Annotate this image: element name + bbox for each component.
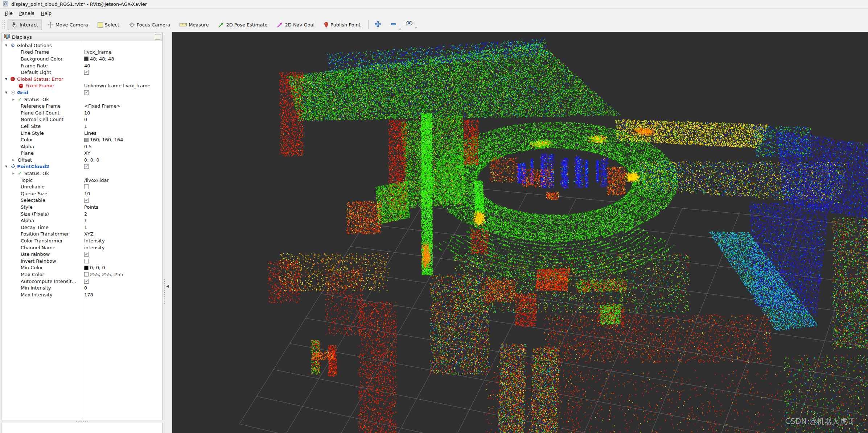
dropdown-arrow-icon[interactable]: ▾ <box>399 28 401 31</box>
2d-nav-goal-button[interactable]: 2D Nav Goal <box>273 20 318 30</box>
remove-tool-button[interactable]: ▾ <box>388 20 398 29</box>
property-value[interactable]: Points <box>84 204 98 211</box>
property-value[interactable]: 0 <box>84 116 87 123</box>
tree-row-unreliable[interactable]: Unreliable <box>1 183 163 190</box>
tree-row-invert-rainbow[interactable]: Invert Rainbow <box>1 258 163 265</box>
tree-row-pointcloud2[interactable]: ▼PointCloud2✓ <box>1 163 163 170</box>
property-value[interactable]: livox_frame <box>84 49 111 56</box>
property-value[interactable] <box>84 183 89 190</box>
focus-camera-button[interactable]: Focus Camera <box>125 20 174 30</box>
expander-open-icon[interactable]: ▼ <box>5 165 11 168</box>
tree-row-topic[interactable]: Topic/livox/lidar <box>1 177 163 184</box>
property-value[interactable]: 48; 48; 48 <box>84 55 114 62</box>
property-value[interactable]: 10 <box>84 109 90 116</box>
property-value[interactable]: Intensity <box>84 237 105 244</box>
tree-row-min-color[interactable]: Min Color0; 0; 0 <box>1 265 163 271</box>
tree-row-grid[interactable]: ▼Grid✓ <box>1 89 163 96</box>
measure-button[interactable]: Measure <box>176 20 213 30</box>
property-value[interactable]: 2 <box>84 211 87 217</box>
move-camera-button[interactable]: Move Camera <box>44 20 92 30</box>
property-value[interactable]: 40 <box>84 62 90 69</box>
pointcloud-canvas[interactable] <box>172 32 868 433</box>
pointcloud2-checkbox[interactable]: ✓ <box>84 164 89 169</box>
tree-row-normal-cell-count[interactable]: Normal Cell Count0 <box>1 116 163 123</box>
property-value[interactable]: XY <box>84 150 90 157</box>
tree-row-background-color[interactable]: Background Color48; 48; 48 <box>1 55 163 62</box>
property-value[interactable] <box>84 258 89 265</box>
tree-row-max-intensity[interactable]: Max Intensity178 <box>1 291 163 298</box>
tree-row-line-style[interactable]: Line StyleLines <box>1 130 163 137</box>
add-tool-button[interactable] <box>373 20 383 29</box>
panel-horizontal-splitter[interactable] <box>1 420 163 423</box>
expander-closed-icon[interactable]: ▶ <box>12 98 18 101</box>
property-value[interactable]: 1 <box>84 224 87 231</box>
default-light-checkbox[interactable]: ✓ <box>84 70 89 75</box>
property-value[interactable]: intensity <box>84 244 104 251</box>
property-value[interactable]: /livox/lidar <box>84 177 109 184</box>
tree-row-plane-cell-count[interactable]: Plane Cell Count10 <box>1 109 163 116</box>
property-value[interactable]: Lines <box>84 130 96 137</box>
tree-row-decay-time[interactable]: Decay Time1 <box>1 224 163 231</box>
tree-row-plane[interactable]: PlaneXY <box>1 150 163 157</box>
panel-float-button[interactable] <box>155 34 160 39</box>
unreliable-checkbox[interactable] <box>84 184 89 189</box>
tree-row-color[interactable]: Color160; 160; 164 <box>1 136 163 143</box>
autocompute-intensit-checkbox[interactable]: ✓ <box>84 279 89 284</box>
property-value[interactable]: 178 <box>84 291 93 298</box>
property-value[interactable]: XYZ <box>84 231 94 238</box>
tree-row-default-light[interactable]: Default Light✓ <box>1 69 163 76</box>
tree-row-use-rainbow[interactable]: Use rainbow✓ <box>1 251 163 258</box>
tree-row-max-color[interactable]: Max Color255; 255; 255 <box>1 271 163 278</box>
tree-row-size-pixels[interactable]: Size (Pixels)2 <box>1 211 163 217</box>
tree-row-color-transformer[interactable]: Color TransformerIntensity <box>1 237 163 244</box>
tree-row-global-options[interactable]: ▼⚙Global Options <box>1 42 163 49</box>
menu-panels[interactable]: Panels <box>16 9 38 17</box>
tree-row-min-intensity[interactable]: Min Intensity0 <box>1 284 163 291</box>
dropdown-arrow-icon[interactable]: ▾ <box>415 26 417 29</box>
tree-row-channel-name[interactable]: Channel Nameintensity <box>1 244 163 251</box>
property-value[interactable]: 1 <box>84 123 87 130</box>
expander-open-icon[interactable]: ▼ <box>5 78 11 81</box>
publish-point-button[interactable]: Publish Point <box>320 20 365 30</box>
tree-row-status-ok[interactable]: ▶✓Status: Ok <box>1 96 163 103</box>
tree-row-alpha[interactable]: Alpha0.5 <box>1 143 163 150</box>
tree-row-offset[interactable]: ▶Offset0; 0; 0 <box>1 157 163 163</box>
tree-row-status-ok[interactable]: ▶✓Status: Ok <box>1 170 163 177</box>
tree-row-reference-frame[interactable]: Reference Frame<Fixed Frame> <box>1 103 163 109</box>
property-value[interactable]: ✓ <box>84 89 89 96</box>
tree-row-fixed-frame[interactable]: Fixed FrameUnknown frame livox_frame <box>1 83 163 89</box>
tree-row-position-transformer[interactable]: Position TransformerXYZ <box>1 231 163 238</box>
use-rainbow-checkbox[interactable]: ✓ <box>84 252 89 257</box>
menu-help[interactable]: Help <box>38 9 55 17</box>
tree-row-global-status-error[interactable]: ▼Global Status: Error <box>1 76 163 83</box>
displays-panel-header[interactable]: Displays <box>1 33 163 41</box>
tree-row-frame-rate[interactable]: Frame Rate40 <box>1 62 163 69</box>
tree-row-cell-size[interactable]: Cell Size1 <box>1 123 163 130</box>
property-value[interactable]: ✓ <box>84 163 89 170</box>
property-value[interactable]: 0; 0; 0 <box>84 157 99 163</box>
property-value[interactable]: 160; 160; 164 <box>84 136 123 143</box>
property-value[interactable]: ✓ <box>84 69 89 76</box>
tree-row-style[interactable]: StylePoints <box>1 204 163 211</box>
toolbar-grip-handle[interactable] <box>2 20 5 29</box>
tree-row-fixed-frame[interactable]: Fixed Framelivox_frame <box>1 49 163 56</box>
property-value[interactable]: 0 <box>84 284 87 291</box>
expander-open-icon[interactable]: ▼ <box>5 91 11 94</box>
grid-checkbox[interactable]: ✓ <box>84 90 89 95</box>
3d-viewport[interactable]: CSDN @机器人虎哥 <box>172 32 868 433</box>
select-button[interactable]: Select <box>94 20 123 30</box>
collapse-panel-icon[interactable]: ◀ <box>166 284 169 288</box>
property-value[interactable]: 10 <box>84 190 90 197</box>
property-value[interactable]: <Fixed Frame> <box>84 103 120 109</box>
menu-file[interactable]: File <box>1 9 16 17</box>
property-value[interactable]: 1 <box>84 217 87 224</box>
property-value[interactable]: 0; 0; 0 <box>84 265 105 271</box>
property-value[interactable]: 255; 255; 255 <box>84 271 123 278</box>
property-value[interactable]: ✓ <box>84 197 89 204</box>
tree-row-queue-size[interactable]: Queue Size10 <box>1 190 163 197</box>
visibility-button[interactable]: ▾ <box>404 20 414 28</box>
2d-pose-estimate-button[interactable]: 2D Pose Estimate <box>214 20 271 30</box>
expander-closed-icon[interactable]: ▶ <box>12 158 18 162</box>
tree-row-autocompute-intensit[interactable]: Autocompute Intensit...✓ <box>1 278 163 285</box>
invert-rainbow-checkbox[interactable] <box>84 259 89 263</box>
